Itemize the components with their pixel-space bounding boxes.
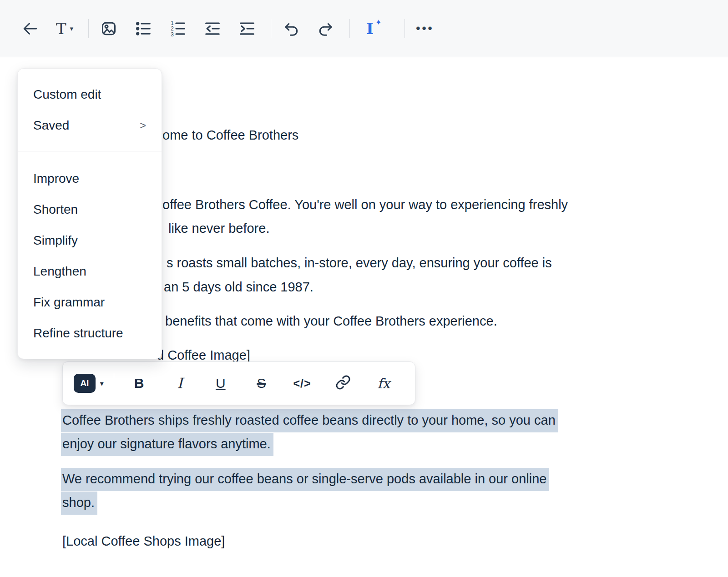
selected-text-line: Coffee Brothers ships freshly roasted co… bbox=[61, 411, 558, 429]
format-divider bbox=[114, 373, 114, 394]
toolbar-divider bbox=[349, 19, 350, 38]
bullet-list-icon bbox=[135, 20, 152, 37]
doc-line-fragment: s roasts small batches, in-store, every … bbox=[167, 254, 552, 272]
menu-item-improve[interactable]: Improve bbox=[18, 163, 162, 194]
italic-button[interactable]: I bbox=[159, 370, 200, 397]
ai-label: AI bbox=[80, 378, 89, 388]
underline-button[interactable]: U bbox=[200, 370, 241, 397]
doc-image-caption: [Local Coffee Shops Image] bbox=[62, 532, 225, 550]
numbered-list-icon: 1 2 3 bbox=[169, 20, 187, 37]
doc-line-fragment: benefits that come with your Coffee Brot… bbox=[165, 312, 497, 330]
text-style-button[interactable]: T ▾ bbox=[53, 15, 76, 42]
outdent-button[interactable] bbox=[201, 15, 224, 42]
selection-highlight: shop. bbox=[61, 492, 97, 515]
menu-item-lengthen[interactable]: Lengthen bbox=[18, 256, 162, 287]
ai-menu-button[interactable]: AI bbox=[74, 374, 96, 393]
back-arrow-icon bbox=[22, 20, 38, 37]
bold-button[interactable]: B bbox=[119, 370, 160, 397]
doc-line-fragment: an 5 days old since 1987. bbox=[164, 278, 313, 296]
top-toolbar: T ▾ 1 bbox=[0, 0, 728, 57]
formula-button[interactable]: fx bbox=[363, 370, 404, 397]
ai-compose-button[interactable]: I✦ bbox=[358, 15, 382, 42]
menu-item-simplify[interactable]: Simplify bbox=[18, 225, 162, 256]
selected-text-line: enjoy our signature flavors anytime. bbox=[61, 435, 273, 453]
selection-highlight: Coffee Brothers ships freshly roasted co… bbox=[61, 409, 558, 432]
menu-item-shorten[interactable]: Shorten bbox=[18, 194, 162, 225]
text-style-icon: T bbox=[56, 21, 66, 36]
ai-dropdown-menu: Custom edit Saved > Improve Shorten Simp… bbox=[17, 68, 162, 359]
doc-heading-fragment: ome to Coffee Brothers bbox=[162, 126, 298, 144]
bullet-list-button[interactable] bbox=[131, 15, 155, 42]
toolbar-divider bbox=[404, 19, 405, 38]
link-button[interactable] bbox=[323, 370, 364, 397]
more-options-button[interactable]: ••• bbox=[413, 15, 437, 42]
menu-divider bbox=[18, 151, 162, 151]
image-icon bbox=[101, 20, 117, 37]
menu-item-refine-structure[interactable]: Refine structure bbox=[18, 318, 162, 349]
doc-line-fragment: like never before. bbox=[168, 219, 269, 237]
insert-image-button[interactable] bbox=[97, 15, 121, 42]
strikethrough-button[interactable]: S bbox=[241, 370, 282, 397]
back-button[interactable] bbox=[18, 15, 42, 42]
indent-button[interactable] bbox=[235, 15, 259, 42]
chevron-down-icon: ▾ bbox=[70, 25, 74, 33]
selection-highlight: enjoy our signature flavors anytime. bbox=[61, 433, 273, 456]
editor-screen: T ▾ 1 bbox=[0, 0, 728, 577]
redo-button[interactable] bbox=[314, 15, 338, 42]
menu-item-fix-grammar[interactable]: Fix grammar bbox=[18, 287, 162, 318]
selected-text-line: shop. bbox=[61, 493, 97, 512]
ai-compose-icon: I✦ bbox=[366, 20, 374, 38]
chevron-down-icon[interactable]: ▾ bbox=[100, 379, 104, 388]
code-button[interactable]: </> bbox=[282, 370, 323, 397]
numbered-list-button[interactable]: 1 2 3 bbox=[166, 15, 190, 42]
toolbar-divider bbox=[88, 19, 89, 38]
toolbar-divider bbox=[271, 19, 271, 38]
svg-text:3: 3 bbox=[171, 31, 174, 37]
link-icon bbox=[335, 375, 351, 392]
outdent-icon bbox=[204, 20, 221, 37]
doc-line-fragment: offee Brothers Coffee. You're well on yo… bbox=[162, 196, 568, 214]
redo-icon bbox=[318, 20, 334, 37]
format-toolbar: AI ▾ B I U S </> fx bbox=[62, 361, 415, 405]
undo-button[interactable] bbox=[279, 15, 303, 42]
submenu-chevron-icon: > bbox=[140, 119, 146, 132]
selected-text-line: We recommend trying our coffee beans or … bbox=[61, 470, 549, 488]
undo-icon bbox=[283, 20, 299, 37]
ellipsis-icon: ••• bbox=[416, 21, 434, 35]
menu-item-saved[interactable]: Saved > bbox=[18, 110, 162, 141]
indent-icon bbox=[238, 20, 256, 37]
menu-item-custom-edit[interactable]: Custom edit bbox=[18, 79, 162, 110]
selection-highlight: We recommend trying our coffee beans or … bbox=[61, 468, 549, 491]
